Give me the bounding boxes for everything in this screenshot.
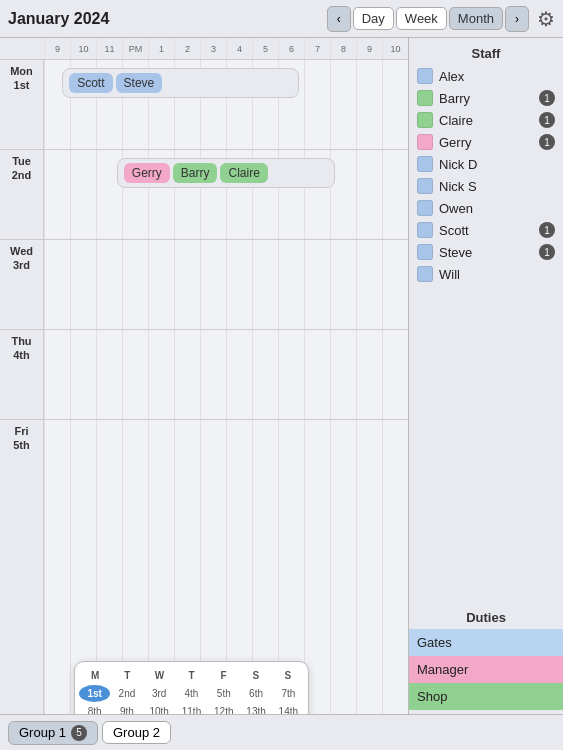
mini-cal-day[interactable]: 6th	[240, 685, 271, 702]
mini-cal-day[interactable]: 3rd	[144, 685, 175, 702]
header: January 2024 ‹ Day Week Month › ⚙	[0, 0, 563, 38]
time-label: 5	[252, 38, 278, 59]
day-content	[44, 330, 408, 419]
mini-calendar: MTWTFSS1st2nd3rd4th5th6th7th8th9th10th11…	[74, 661, 309, 714]
day-row: Fri5thMTWTFSS1st2nd3rd4th5th6th7th8th9th…	[0, 420, 408, 714]
event-chip[interactable]: Claire	[220, 163, 267, 183]
mini-cal-day[interactable]: 2nd	[111, 685, 142, 702]
event-chip[interactable]: Barry	[173, 163, 218, 183]
staff-badge: 1	[539, 90, 555, 106]
event-chip[interactable]: Steve	[116, 73, 163, 93]
day-num: 4th	[13, 348, 30, 362]
staff-item[interactable]: Scott1	[409, 219, 563, 241]
staff-color-indicator	[417, 68, 433, 84]
day-content: GerryBarryClaire	[44, 150, 408, 239]
mini-cal-day[interactable]: 11th	[176, 703, 207, 714]
staff-name-label: Steve	[439, 245, 539, 260]
staff-name-label: Will	[439, 267, 555, 282]
event-chip[interactable]: Scott	[69, 73, 112, 93]
mini-cal-day[interactable]: 8th	[79, 703, 110, 714]
day-num: 1st	[14, 78, 30, 92]
week-view-button[interactable]: Week	[396, 7, 447, 30]
mini-cal-day[interactable]: 7th	[273, 685, 304, 702]
duty-item[interactable]: Manager	[409, 656, 563, 683]
day-row: Tue2ndGerryBarryClaire	[0, 150, 408, 240]
staff-item[interactable]: Nick S	[409, 175, 563, 197]
staff-item[interactable]: Steve1	[409, 241, 563, 263]
mini-cal-day[interactable]: 9th	[111, 703, 142, 714]
prev-button[interactable]: ‹	[327, 6, 351, 32]
staff-list: AlexBarry1Claire1Gerry1Nick DNick SOwenS…	[409, 65, 563, 602]
days-container: Mon1stScottSteveTue2ndGerryBarryClaireWe…	[0, 60, 408, 714]
day-label: Wed3rd	[0, 240, 44, 329]
staff-badge: 1	[539, 222, 555, 238]
settings-button[interactable]: ⚙	[537, 7, 555, 31]
time-label: 8	[330, 38, 356, 59]
staff-name-label: Barry	[439, 91, 539, 106]
staff-name-label: Alex	[439, 69, 555, 84]
staff-color-indicator	[417, 222, 433, 238]
staff-color-indicator	[417, 200, 433, 216]
event-block[interactable]: ScottSteve	[62, 68, 299, 98]
event-block[interactable]: GerryBarryClaire	[117, 158, 335, 188]
day-label: Tue2nd	[0, 150, 44, 239]
next-button[interactable]: ›	[505, 6, 529, 32]
time-label: 6	[278, 38, 304, 59]
staff-badge: 1	[539, 112, 555, 128]
staff-name-label: Nick S	[439, 179, 555, 194]
mini-cal-day[interactable]: 14th	[273, 703, 304, 714]
footer: Group 15Group 2	[0, 714, 563, 750]
staff-name-label: Nick D	[439, 157, 555, 172]
mini-cal-day[interactable]: 13th	[240, 703, 271, 714]
group-badge: 5	[71, 725, 87, 741]
mini-cal-dow-header: T	[175, 668, 207, 683]
day-label: Fri5th	[0, 420, 44, 714]
time-label: PM	[122, 38, 148, 59]
mini-cal-day[interactable]: 4th	[176, 685, 207, 702]
group-button[interactable]: Group 2	[102, 721, 171, 744]
group-label: Group 1	[19, 725, 66, 740]
mini-cal-dow-header: S	[272, 668, 304, 683]
staff-item[interactable]: Barry1	[409, 87, 563, 109]
staff-color-indicator	[417, 90, 433, 106]
time-label: 1	[148, 38, 174, 59]
day-view-button[interactable]: Day	[353, 7, 394, 30]
day-content: MTWTFSS1st2nd3rd4th5th6th7th8th9th10th11…	[44, 420, 408, 714]
staff-color-indicator	[417, 112, 433, 128]
staff-color-indicator	[417, 266, 433, 282]
staff-item[interactable]: Will	[409, 263, 563, 285]
staff-name-label: Scott	[439, 223, 539, 238]
time-label: 2	[174, 38, 200, 59]
group-button[interactable]: Group 15	[8, 721, 98, 745]
day-row: Wed3rd	[0, 240, 408, 330]
day-name: Tue	[12, 154, 31, 168]
staff-item[interactable]: Alex	[409, 65, 563, 87]
mini-cal-dow-header: W	[143, 668, 175, 683]
mini-cal-day[interactable]: 5th	[208, 685, 239, 702]
staff-item[interactable]: Nick D	[409, 153, 563, 175]
mini-cal-day[interactable]: 12th	[208, 703, 239, 714]
duty-item[interactable]: Shop	[409, 683, 563, 710]
staff-section-title: Staff	[409, 42, 563, 65]
day-label: Thu4th	[0, 330, 44, 419]
event-chip[interactable]: Gerry	[124, 163, 170, 183]
day-num: 3rd	[13, 258, 30, 272]
staff-item[interactable]: Gerry1	[409, 131, 563, 153]
mini-cal-day[interactable]: 1st	[79, 685, 110, 702]
staff-name-label: Owen	[439, 201, 555, 216]
month-view-button[interactable]: Month	[449, 7, 503, 30]
staff-item[interactable]: Owen	[409, 197, 563, 219]
time-label: 4	[226, 38, 252, 59]
day-row: Thu4th	[0, 330, 408, 420]
nav-controls: ‹ Day Week Month ›	[327, 6, 529, 32]
day-content	[44, 240, 408, 329]
mini-cal-day[interactable]: 10th	[144, 703, 175, 714]
mini-cal-dow-header: M	[79, 668, 111, 683]
day-name: Thu	[11, 334, 31, 348]
mini-cal-dow-header: T	[111, 668, 143, 683]
duty-item[interactable]: Gates	[409, 629, 563, 656]
time-label: 11	[96, 38, 122, 59]
time-label: 3	[200, 38, 226, 59]
staff-item[interactable]: Claire1	[409, 109, 563, 131]
staff-name-label: Claire	[439, 113, 539, 128]
